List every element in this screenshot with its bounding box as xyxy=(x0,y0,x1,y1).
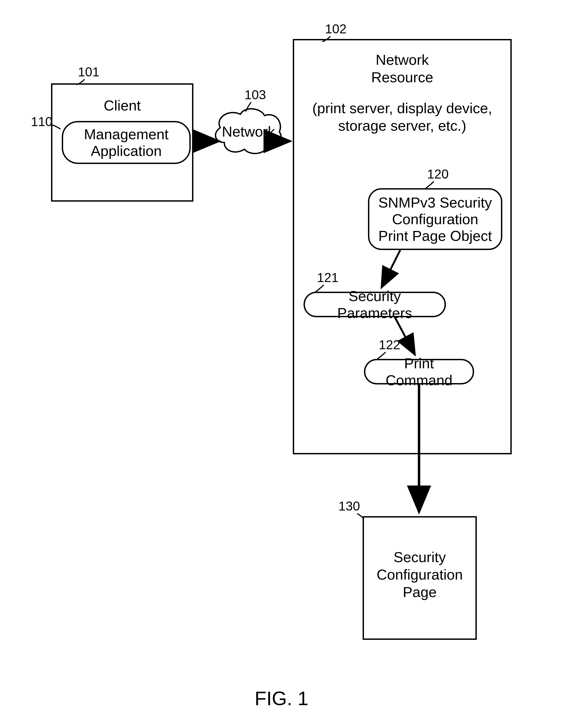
sec-params-text: Security Parameters xyxy=(313,288,436,321)
network-text: Network xyxy=(222,123,275,140)
leader-103 xyxy=(246,102,251,112)
ref-110: 110 xyxy=(31,114,52,129)
figure-caption: FIG. 1 xyxy=(0,687,563,710)
ref-103: 103 xyxy=(245,87,266,102)
mgmt-app-text: Management Application xyxy=(84,126,169,159)
ref-130: 130 xyxy=(338,499,360,513)
print-cmd-text: Print Command xyxy=(373,355,465,388)
sec-page-text: Security Configuration Page xyxy=(363,548,477,601)
nr-title: Network Resource xyxy=(293,51,512,86)
mgmt-app-pill: Management Application xyxy=(62,121,191,164)
sec-params-pill: Security Parameters xyxy=(303,292,446,317)
ref-121: 121 xyxy=(317,270,338,285)
diagram-canvas: Client Management Application Network Re… xyxy=(0,0,563,728)
ref-102: 102 xyxy=(325,22,346,36)
ref-120: 120 xyxy=(427,167,449,181)
network-cloud: Network xyxy=(216,109,281,154)
snmp-obj-pill: SNMPv3 Security Configuration Print Page… xyxy=(368,188,502,250)
ref-101: 101 xyxy=(78,65,99,79)
client-title: Client xyxy=(51,97,194,114)
nr-subtitle: (print server, display device, storage s… xyxy=(293,99,512,134)
ref-122: 122 xyxy=(379,337,400,352)
print-cmd-pill: Print Command xyxy=(364,359,474,384)
snmp-obj-text: SNMPv3 Security Configuration Print Page… xyxy=(378,194,492,244)
